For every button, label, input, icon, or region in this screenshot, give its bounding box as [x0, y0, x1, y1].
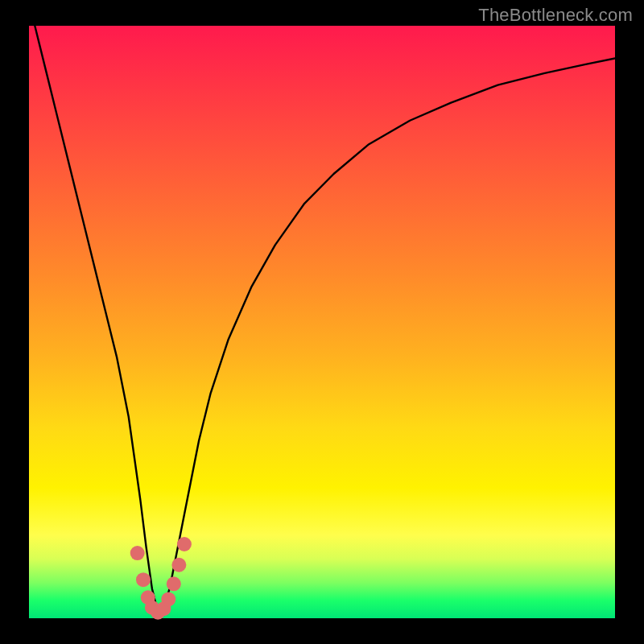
bottleneck-curve	[35, 26, 615, 613]
curve-layer	[29, 26, 615, 618]
watermark-label: TheBottleneck.com	[478, 5, 633, 26]
marker-dot	[130, 546, 145, 560]
near-minimum-markers	[130, 537, 192, 620]
marker-dot	[136, 572, 151, 587]
marker-dot	[167, 576, 181, 591]
chart-frame: TheBottleneck.com	[0, 0, 644, 644]
marker-dot	[171, 558, 186, 572]
marker-dot	[161, 592, 175, 606]
marker-dot	[177, 537, 192, 551]
plot-area	[29, 26, 615, 618]
